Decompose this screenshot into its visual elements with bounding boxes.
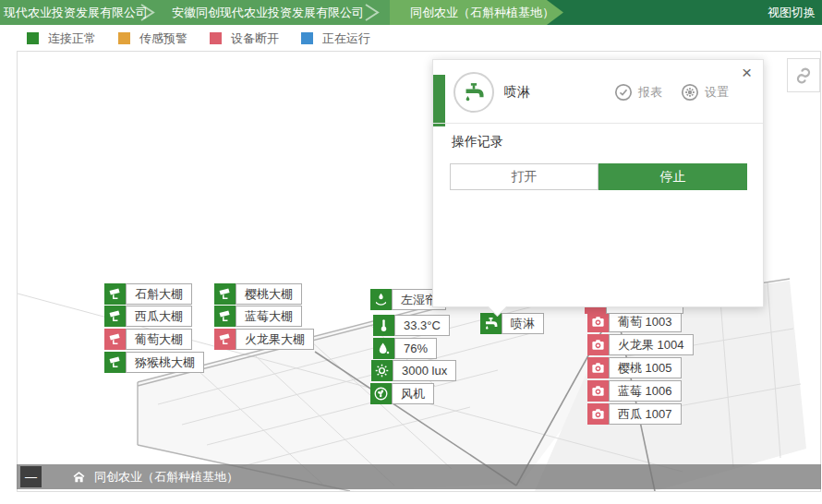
bottom-bar-title: 同创农业（石斛种植基地）: [94, 469, 238, 486]
operation-log-title: 操作记录: [452, 134, 503, 150]
camera-label-text: 樱桃 1005: [609, 357, 682, 378]
sensor-label-text: 风机: [392, 383, 434, 404]
cctv-camera-icon: [104, 283, 126, 305]
sensor-label-text: 76%: [394, 338, 437, 359]
cctv-camera-icon: [214, 329, 236, 350]
cctv-camera-icon: [214, 283, 236, 305]
photo-camera-icon: [587, 311, 609, 332]
greenhouse-label-lanmei[interactable]: 蓝莓大棚: [214, 306, 302, 327]
sensor-label-light[interactable]: 3000 lux: [371, 360, 456, 381]
greenhouse-label-shihu[interactable]: 石斛大棚: [104, 283, 192, 305]
greenhouse-label-text: 石斛大棚: [126, 283, 192, 305]
sensor-label-temperature[interactable]: 33.3°C: [373, 315, 450, 336]
view-switch-button[interactable]: 视图切换: [768, 0, 816, 25]
photo-camera-icon: [587, 334, 609, 355]
greenhouse-label-huolongguo[interactable]: 火龙果大棚: [214, 329, 314, 350]
photo-camera-icon: [587, 357, 609, 378]
camera-label-huolongguo-1004[interactable]: 火龙果 1004: [587, 334, 694, 355]
wet-curtain-icon: [370, 289, 392, 310]
sun-icon: [371, 360, 393, 381]
spray-device-label-text: 喷淋: [502, 313, 544, 334]
legend-item-running: 正在运行: [301, 30, 370, 47]
bottom-title-bar: — 同创农业（石斛种植基地）: [17, 464, 821, 489]
photo-camera-icon: [587, 380, 609, 402]
sensor-label-fan[interactable]: 风机: [370, 383, 434, 404]
camera-label-putao-1003[interactable]: 葡萄 1003: [587, 311, 682, 332]
camera-label-text: 蓝莓 1006: [609, 380, 682, 402]
legend-color-warning: [118, 32, 130, 44]
legend-color-running: [301, 32, 313, 44]
legend-label: 传感预警: [139, 30, 187, 47]
camera-label-text: 火龙果 1004: [609, 334, 694, 355]
popup-divider: [433, 123, 763, 124]
photo-camera-icon: [587, 403, 609, 425]
report-button[interactable]: 报表: [614, 83, 662, 102]
cctv-camera-icon: [104, 329, 126, 350]
camera-label-xigua-1007[interactable]: 西瓜 1007: [587, 403, 682, 425]
fan-icon: [370, 383, 392, 404]
report-label: 报表: [638, 84, 662, 101]
breadcrumb-item-subcompany[interactable]: 安徽同创现代农业投资发展有限公司: [172, 0, 364, 25]
faucet-icon: [480, 313, 502, 334]
faucet-icon: [462, 80, 486, 104]
humidity-drop-icon: [373, 338, 394, 359]
breadcrumb-item-base-active[interactable]: 同创农业（石斛种植基地）: [390, 0, 563, 25]
legend-item-connected: 连接正常: [27, 30, 96, 47]
legend-label: 连接正常: [48, 30, 96, 47]
collapse-button[interactable]: —: [20, 466, 42, 487]
legend-label: 设备断开: [231, 30, 279, 47]
greenhouse-label-text: 西瓜大棚: [126, 306, 192, 327]
legend-item-disconnected: 设备断开: [210, 30, 279, 47]
chain-link-icon: [792, 65, 815, 87]
camera-label-yingtao-1005[interactable]: 樱桃 1005: [587, 357, 682, 378]
camera-label-text: 葡萄 1003: [609, 311, 682, 332]
spray-device-label[interactable]: 喷淋: [480, 313, 544, 334]
greenhouse-label-putao[interactable]: 葡萄大棚: [104, 329, 192, 350]
thermometer-icon: [373, 315, 394, 336]
greenhouse-label-mihoutao[interactable]: 猕猴桃大棚: [104, 352, 204, 373]
greenhouse-label-xigua[interactable]: 西瓜大棚: [104, 306, 192, 327]
cctv-camera-icon: [214, 306, 236, 327]
open-button[interactable]: 打开: [450, 163, 598, 190]
sensor-label-humidity[interactable]: 76%: [373, 338, 437, 359]
breadcrumb-item-company[interactable]: 现代农业投资发展有限公司: [4, 0, 148, 25]
home-icon[interactable]: [72, 470, 86, 484]
legend-item-sensor-warning: 传感预警: [118, 30, 187, 47]
device-avatar: [453, 72, 494, 113]
check-circle-icon: [614, 83, 633, 102]
status-legend: 连接正常 传感预警 设备断开 正在运行: [17, 26, 821, 51]
camera-label-lanmei-1006[interactable]: 蓝莓 1006: [587, 380, 682, 402]
operation-buttons: 打开 停止: [450, 163, 747, 190]
greenhouse-label-text: 火龙果大棚: [236, 329, 314, 350]
link-toggle-button[interactable]: [787, 58, 820, 92]
legend-color-disconnected: [210, 32, 222, 44]
settings-button[interactable]: 设置: [681, 83, 729, 102]
legend-color-connected: [27, 32, 39, 44]
greenhouse-label-yingtao[interactable]: 樱桃大棚: [214, 283, 302, 305]
camera-label-text: 西瓜 1007: [609, 403, 682, 425]
gear-icon: [681, 83, 699, 102]
greenhouse-label-text: 樱桃大棚: [236, 283, 302, 305]
cctv-camera-icon: [104, 352, 126, 373]
greenhouse-label-text: 猕猴桃大棚: [126, 352, 204, 373]
sensor-label-text: 33.3°C: [394, 315, 450, 336]
popup-title: 喷淋: [504, 84, 530, 101]
stop-button[interactable]: 停止: [598, 163, 747, 190]
settings-label: 设置: [705, 84, 729, 101]
close-icon[interactable]: ×: [742, 64, 752, 81]
popup-green-accent: [433, 75, 445, 126]
greenhouse-label-text: 葡萄大棚: [126, 329, 192, 350]
cctv-camera-icon: [104, 306, 126, 327]
breadcrumb-bar: 现代农业投资发展有限公司 安徽同创现代农业投资发展有限公司 同创农业（石斛种植基…: [0, 0, 822, 25]
sensor-label-text: 3000 lux: [393, 360, 456, 381]
greenhouse-label-text: 蓝莓大棚: [236, 306, 302, 327]
spray-device-popup: 喷淋 报表 设置 × 操作记录 打开 停止: [432, 59, 764, 307]
legend-label: 正在运行: [322, 30, 370, 47]
